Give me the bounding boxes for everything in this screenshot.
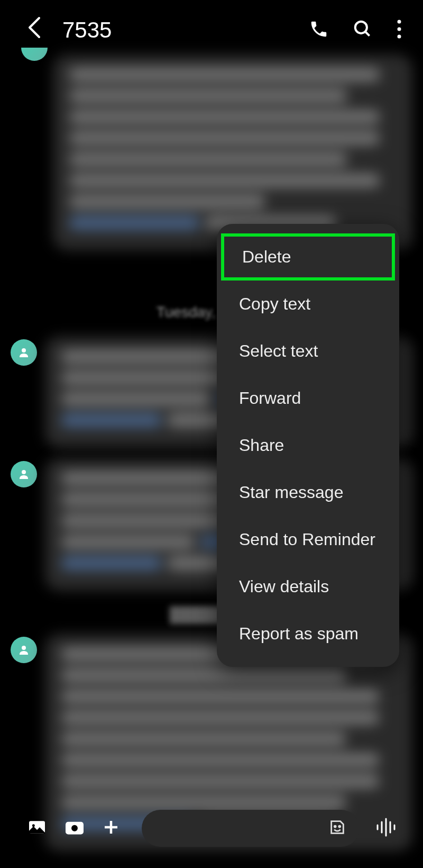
search-icon[interactable] — [353, 19, 373, 41]
message-bubble[interactable] — [53, 55, 412, 250]
compose-bar — [0, 810, 423, 847]
contact-title[interactable]: 7535 — [62, 17, 293, 43]
svg-point-15 — [339, 826, 341, 827]
voice-icon[interactable] — [375, 818, 397, 839]
svg-point-3 — [398, 27, 401, 31]
header-actions — [309, 19, 402, 42]
svg-point-2 — [398, 20, 401, 23]
menu-view-details[interactable]: View details — [217, 563, 399, 610]
svg-line-1 — [365, 31, 370, 35]
svg-point-14 — [334, 826, 336, 827]
message-context-menu: Delete Copy text Select text Forward Sha… — [217, 224, 399, 667]
svg-point-5 — [22, 348, 26, 352]
svg-point-0 — [355, 21, 367, 33]
message-row[interactable] — [53, 55, 412, 250]
menu-delete[interactable]: Delete — [221, 233, 395, 281]
contact-avatar[interactable] — [11, 461, 37, 487]
menu-send-reminder[interactable]: Send to Reminder — [217, 516, 399, 563]
call-icon[interactable] — [309, 19, 329, 41]
svg-point-7 — [22, 646, 26, 650]
svg-point-6 — [22, 470, 26, 474]
menu-copy-text[interactable]: Copy text — [217, 281, 399, 328]
conversation-header: 7535 — [0, 0, 423, 55]
add-icon[interactable] — [102, 818, 121, 839]
menu-forward[interactable]: Forward — [217, 375, 399, 422]
menu-star-message[interactable]: Star message — [217, 469, 399, 516]
contact-avatar[interactable] — [11, 339, 37, 366]
more-options-icon[interactable] — [397, 19, 402, 42]
back-icon[interactable] — [26, 16, 41, 44]
camera-icon[interactable] — [63, 818, 86, 838]
contact-avatar[interactable] — [11, 637, 37, 663]
svg-point-11 — [71, 825, 78, 831]
menu-share[interactable]: Share — [217, 422, 399, 469]
message-input[interactable] — [142, 810, 360, 847]
sticker-icon[interactable] — [328, 818, 346, 838]
svg-point-4 — [398, 34, 401, 38]
menu-report-spam[interactable]: Report as spam — [217, 610, 399, 657]
menu-select-text[interactable]: Select text — [217, 328, 399, 375]
gallery-icon[interactable] — [26, 817, 48, 840]
